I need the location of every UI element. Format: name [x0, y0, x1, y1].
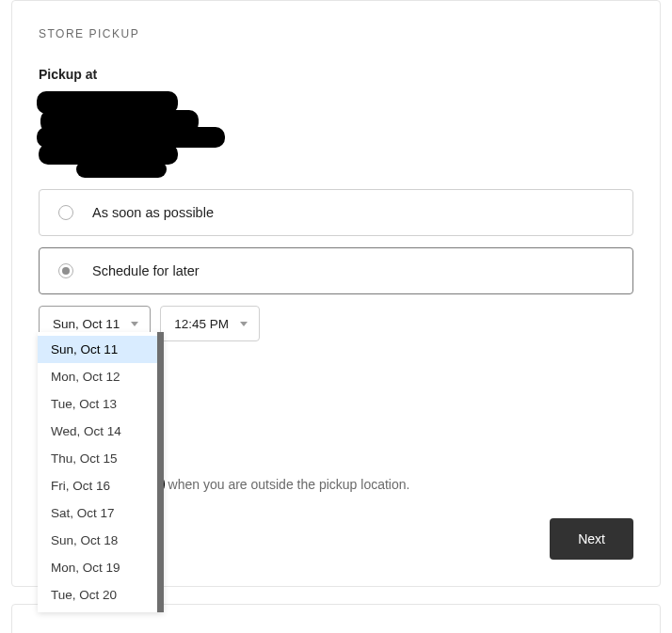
date-dropdown: Sun, Oct 11 Mon, Oct 12 Tue, Oct 13 Wed,… — [38, 332, 164, 612]
chevron-down-icon — [131, 322, 138, 326]
date-dropdown-list: Sun, Oct 11 Mon, Oct 12 Tue, Oct 13 Wed,… — [38, 332, 157, 612]
date-option[interactable]: Sat, Oct 17 — [38, 499, 157, 527]
radio-inner-dot — [62, 267, 70, 275]
option-label: As soon as possible — [92, 205, 214, 220]
option-label: Schedule for later — [92, 263, 200, 278]
instructions-suffix: when you are outside the pickup location… — [168, 477, 410, 492]
chevron-down-icon — [240, 322, 248, 326]
date-option[interactable]: Sun, Oct 11 — [38, 336, 157, 363]
radio-selected-icon — [58, 263, 73, 278]
date-option[interactable]: Wed, Oct 14 — [38, 418, 157, 445]
date-option[interactable]: Mon, Oct 19 — [38, 554, 157, 581]
pickup-at-label: Pickup at — [39, 67, 633, 82]
section-title: STORE PICKUP — [39, 27, 633, 40]
option-schedule-later[interactable]: Schedule for later — [39, 247, 633, 294]
date-option[interactable]: Tue, Oct 20 — [38, 581, 157, 609]
scrollbar[interactable] — [157, 332, 164, 612]
redaction-bar — [76, 161, 167, 178]
time-select[interactable]: 12:45 PM — [160, 306, 260, 341]
address-redacted — [39, 91, 633, 174]
date-option[interactable]: Mon, Oct 12 — [38, 363, 157, 390]
date-option[interactable]: Fri, Oct 16 — [38, 472, 157, 499]
next-button[interactable]: Next — [550, 518, 633, 560]
date-option[interactable]: Sun, Oct 18 — [38, 527, 157, 554]
date-select-value: Sun, Oct 11 — [53, 317, 120, 331]
date-option[interactable]: Tue, Oct 13 — [38, 390, 157, 418]
date-option[interactable]: Thu, Oct 15 — [38, 445, 157, 472]
option-asap[interactable]: As soon as possible — [39, 189, 633, 236]
time-select-value: 12:45 PM — [174, 317, 229, 331]
radio-unselected-icon — [58, 205, 73, 220]
